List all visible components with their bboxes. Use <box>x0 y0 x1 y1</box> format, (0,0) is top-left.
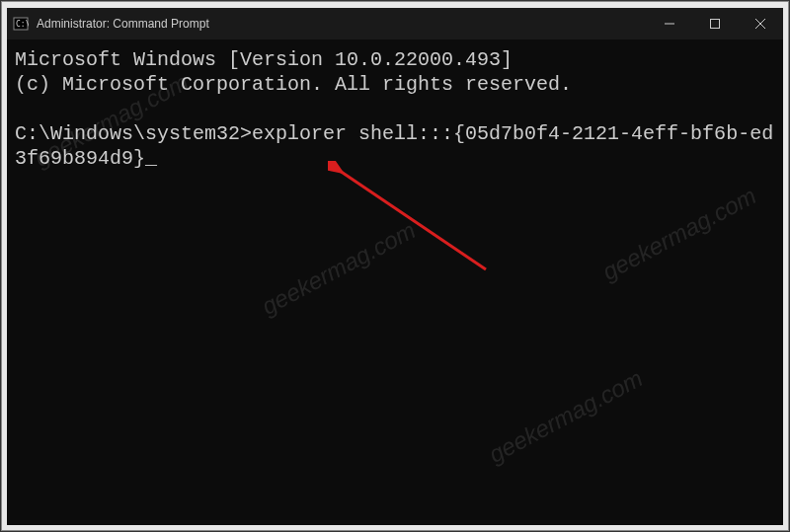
outer-frame: C:\ Administrator: Command Prompt Micros… <box>1 1 789 531</box>
version-line: Microsoft Windows [Version 10.0.22000.49… <box>15 48 513 71</box>
titlebar[interactable]: C:\ Administrator: Command Prompt <box>7 8 783 39</box>
annotation-arrow <box>328 161 496 279</box>
terminal-body[interactable]: Microsoft Windows [Version 10.0.22000.49… <box>7 39 783 179</box>
maximize-button[interactable] <box>692 8 738 39</box>
svg-text:C:\: C:\ <box>16 20 29 29</box>
window-title: Administrator: Command Prompt <box>37 17 647 31</box>
minimize-button[interactable] <box>647 8 692 39</box>
cmd-icon: C:\ <box>13 16 29 32</box>
prompt-path: C:\Windows\system32> <box>15 122 252 145</box>
watermark: geekermag.com <box>257 216 420 321</box>
copyright-line: (c) Microsoft Corporation. All rights re… <box>15 73 572 96</box>
terminal-window: C:\ Administrator: Command Prompt Micros… <box>7 8 783 525</box>
svg-line-7 <box>340 171 486 269</box>
watermark: geekermag.com <box>597 182 760 286</box>
watermark: geekermag.com <box>484 364 647 469</box>
cursor: _ <box>145 147 157 170</box>
svg-rect-3 <box>711 19 720 28</box>
window-controls <box>647 8 783 39</box>
close-button[interactable] <box>738 8 783 39</box>
